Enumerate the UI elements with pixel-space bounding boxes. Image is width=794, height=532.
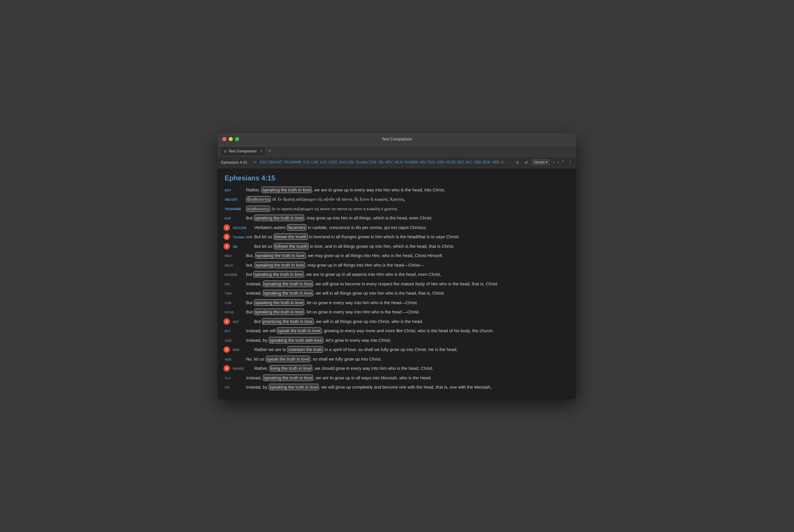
version-label-vgclem[interactable]: VGCLEM [233, 226, 253, 230]
verse-text-tniv: Instead, speaking the truth in love, we … [246, 290, 445, 297]
verse-text-nkjv: but, speaking the truth in love, may gro… [246, 262, 424, 269]
version-label-nasb95[interactable]: NASB95 [225, 272, 245, 277]
highlight-hcsb: speaking the truth in love [254, 308, 304, 315]
verse-text-sblgnt: ἀληθεύοντες δὲ ἐν ἀγάπῃ αὐξήσωμεν εἰς αὐ… [246, 196, 405, 203]
verse-text-ceb: Instead, by speaking the truth with love… [246, 337, 391, 344]
version-label-kjv[interactable]: KJV [225, 216, 245, 221]
version-label-tniv[interactable]: TNIV [225, 291, 245, 296]
verse-text-isv: Instead, by speaking the truth in love, … [246, 384, 492, 391]
chapter-heading: Ephesians 4:15 [225, 174, 569, 182]
reference-display[interactable]: Ephesians 4:15 [221, 160, 250, 165]
tab-label: Text Comparison [228, 149, 257, 153]
minimize-button[interactable] [229, 137, 233, 141]
highlight-vgclem: facientes [287, 224, 306, 231]
titlebar: Text Comparison [218, 133, 576, 146]
verse-line-reb: 5REBRather we are to maintain the truth … [225, 346, 569, 353]
verse-line-tr1894mr: TR1894MRαληθευοντες δε εν αγαπη αυξησωμε… [225, 206, 569, 212]
verse-list: ESVRather, speaking the truth in love, w… [225, 187, 569, 391]
version-label-csb[interactable]: CSB [225, 301, 245, 306]
verse-line-net: 4NETBut practicing the truth in love, we… [225, 318, 569, 325]
verse-text-nlt: Instead, we will speak the truth in love… [246, 328, 494, 334]
verse-line-nabre: 6NABRERather, living the truth in love, … [225, 365, 569, 372]
version-label-niv[interactable]: NIV [225, 282, 245, 287]
highlight-isv: speaking the truth in love [269, 384, 319, 390]
highlight-tlv: speaking the truth in love [263, 375, 314, 381]
highlight-ceb: speaking the truth with love [269, 337, 324, 343]
maximize-button[interactable] [235, 137, 239, 141]
version-label-sblgnt[interactable]: SBLGNT [225, 197, 245, 202]
highlight-mev: speaking the truth in love [255, 252, 306, 259]
nav-next-button[interactable]: › [556, 159, 560, 166]
version-label-net[interactable]: NET [233, 320, 253, 324]
verse-text-csb: But speaking the truth in love, let us g… [246, 300, 418, 306]
content-area: Ephesians 4:15 ESVRather, speaking the t… [218, 168, 576, 399]
traffic-lights [222, 137, 239, 141]
in-label: in [253, 160, 256, 164]
verse-text-nasb95: but speaking the truth in love, we are t… [246, 271, 441, 278]
versions-list: ESV, SBLGNT, TR1894MR, KJV, LHB, LXX, LE… [260, 160, 512, 164]
version-label-tr1894mr[interactable]: TR1894MR [225, 207, 245, 212]
nav-prev-button[interactable]: ‹ [552, 159, 555, 166]
circle-number-nabre: 6 [224, 365, 230, 372]
verse-text-vgclem: Veritatem autem facientes in caritate, c… [254, 224, 427, 231]
font-button[interactable]: a [515, 159, 521, 165]
verse-line-sblgnt: SBLGNTἀληθεύοντες δὲ ἐν ἀγάπῃ αὐξήσωμεν … [225, 196, 569, 203]
verse-text-kjv: But speaking the truth in love, may grow… [246, 215, 432, 222]
highlight-tyndale: folowe the trueth [273, 233, 308, 240]
version-label-ceb[interactable]: CEB [225, 338, 245, 343]
verse-line-hcsb: HCSBBut speaking the truth in love, let … [225, 309, 569, 316]
highlight-nabre: living the truth in love [269, 365, 313, 372]
new-tab-button[interactable]: + [266, 148, 274, 154]
circle-number-tyndale: 2 [224, 234, 230, 240]
version-label-nlt[interactable]: NLT [225, 329, 245, 334]
tab-close-button[interactable]: ✕ [260, 149, 262, 153]
version-label-reb[interactable]: REB [233, 347, 253, 353]
verse-line-tlv: TLVInstead, speaking the truth in love, … [225, 375, 569, 381]
verse-line-niv: NIVInstead, speaking the truth in love, … [225, 281, 569, 287]
version-label-mev[interactable]: MEV [225, 253, 245, 259]
highlight-neb: speak the truth in love [266, 356, 310, 362]
verse-text-gb: But let us followe the trueth in love, a… [254, 243, 454, 250]
version-label-nabre[interactable]: NABRE [233, 366, 253, 371]
circle-number-gb: 3 [224, 243, 230, 249]
verse-line-esv: ESVRather, speaking the truth in love, w… [225, 187, 569, 193]
version-label-tyndale[interactable]: Tyndale 1536 [233, 235, 253, 240]
circle-number-vgclem: 1 [224, 224, 230, 231]
verse-line-tniv: TNIVInstead, speaking the truth in love,… [225, 290, 569, 297]
version-label-nkjv[interactable]: NKJV [225, 263, 245, 268]
navigation-buttons: ‹ › ˅ [552, 159, 565, 166]
verse-line-tyndale: 2Tyndale 1536But let us folowe the truet… [225, 234, 569, 240]
highlight-nasb95: speaking the truth in love [253, 271, 304, 278]
version-label-neb[interactable]: NEB [225, 357, 245, 362]
app-window: Text Comparison ⇄ Text Comparison ✕ + Ep… [218, 133, 576, 399]
verse-text-esv: Rather, speaking the truth in love, we a… [246, 187, 445, 193]
view-dropdown[interactable]: Verses ▾ [532, 159, 550, 165]
more-options-button[interactable]: ⋮ [568, 159, 573, 165]
verse-text-tyndale: But let us folowe the trueth in love/and… [254, 234, 459, 240]
verse-line-gb: 3GBBut let us followe the trueth in love… [225, 243, 569, 250]
highlight-nlt: speak the truth in love [277, 327, 322, 334]
verse-line-mev: MEVBut, speaking the truth in love, we m… [225, 252, 569, 259]
highlight-sblgnt: ἀληθεύοντες [246, 196, 271, 203]
verse-line-neb: NEBNo, let us speak the truth in love; s… [225, 356, 569, 363]
verse-line-isv: ISVInstead, by speaking the truth in lov… [225, 384, 569, 391]
verse-text-neb: No, let us speak the truth in love; so s… [246, 356, 382, 363]
tab-text-comparison[interactable]: ⇄ Text Comparison ✕ [220, 146, 266, 155]
version-label-hcsb[interactable]: HCSB [225, 310, 245, 315]
version-label-isv[interactable]: ISV [225, 385, 245, 390]
version-label-tlv[interactable]: TLV [225, 376, 245, 381]
view-dropdown-label: Verses [534, 160, 545, 164]
verse-text-hcsb: But speaking the truth in love, let us g… [246, 309, 420, 316]
highlight-tniv: speaking the truth in love [263, 290, 314, 296]
chevron-down-icon: ▾ [546, 160, 547, 164]
highlight-csb: speaking the truth in love [254, 299, 304, 306]
version-label-gb[interactable]: GB [233, 244, 253, 249]
close-button[interactable] [222, 137, 226, 141]
nav-dropdown-button[interactable]: ˅ [561, 159, 565, 166]
sync-button[interactable]: ⇄ [523, 159, 530, 165]
highlight-kjv: speaking the truth in love [254, 214, 304, 221]
verse-text-nabre: Rather, living the truth in love, we sho… [254, 365, 433, 372]
version-label-esv[interactable]: ESV [225, 188, 245, 193]
verse-line-kjv: KJVBut speaking the truth in love, may g… [225, 215, 569, 222]
verse-text-tr1894mr: αληθευοντες δε εν αγαπη αυξησωμεν εις αυ… [246, 206, 397, 212]
